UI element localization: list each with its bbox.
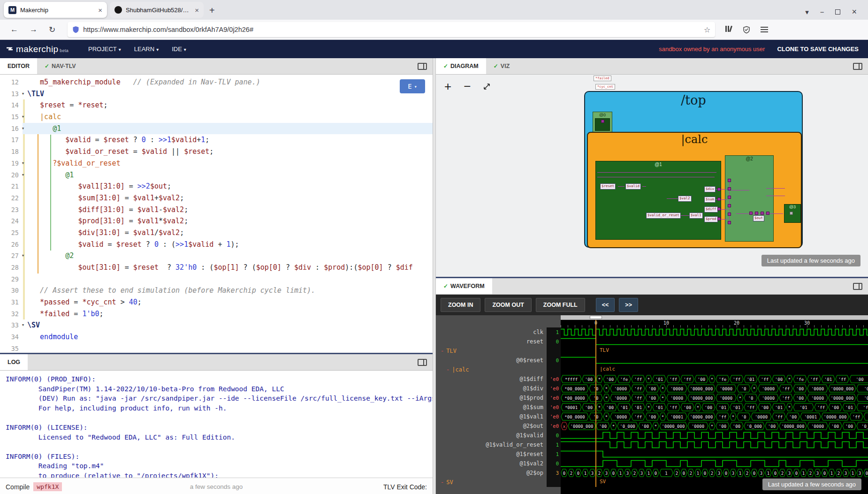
fold-caret-icon[interactable]: ▾ (19, 250, 27, 262)
wave-lane[interactable]: |calc (561, 365, 868, 374)
editor-line[interactable]: 14 $reset = *reset; (0, 99, 433, 111)
makerchip-logo[interactable]: makerchip beta (7, 44, 69, 54)
tracking-shield-icon[interactable] (72, 26, 79, 33)
wave-lane[interactable]: *ffff'00*'00'fe'ff*'01'ff'ff'00*'fe'ff'0… (561, 374, 868, 384)
wave-signal-name[interactable]: @1$val2 (436, 460, 547, 467)
close-tab-icon[interactable]: × (195, 6, 199, 14)
editor-line[interactable]: 24 $prod[31:0] = $val1*$val2; (0, 215, 433, 227)
fold-caret-icon[interactable]: ▾ (19, 123, 27, 135)
wave-signal-name[interactable]: clk (436, 329, 547, 335)
logic-block[interactable]: $valid_or_reset (646, 213, 681, 219)
editor-line[interactable]: 17 $valid = $reset ? 0 : >>1$valid+1; (0, 134, 433, 146)
zoom-in-button[interactable]: + (444, 80, 451, 92)
wave-signal-row[interactable]: -TLV (436, 346, 561, 356)
tab-diagram[interactable]: ✓DIAGRAM (436, 58, 486, 74)
editor-line[interactable]: 21 $val1[31:0] = >>2$out; (0, 181, 433, 192)
wave-signal-name[interactable]: @1$sum (436, 404, 547, 410)
wave-signal-name[interactable]: @1$reset (436, 451, 547, 457)
waveform-viewer[interactable]: clk1reset0-TLV@0$reset0-|calc@1$diff'e0@… (436, 315, 868, 494)
wave-signal-row[interactable]: @2$op3 (436, 468, 561, 478)
zoom-in-button[interactable]: ZOOM IN (441, 298, 480, 312)
url-bar[interactable]: https://www.makerchip.com/sandbox/0rkfAh… (68, 22, 715, 37)
menu-icon[interactable] (761, 25, 768, 34)
expand-icon[interactable] (483, 83, 491, 91)
editor-e-menu-button[interactable]: E▾ (400, 79, 425, 93)
wave-signal-name[interactable]: @2$op (436, 470, 547, 476)
wave-lane[interactable] (561, 449, 868, 459)
browser-tab-github[interactable]: ShubhamGitHub528/RISC × (110, 2, 204, 18)
fold-caret-icon[interactable]: ▾ (19, 169, 27, 181)
editor-line[interactable]: 12 m5_makerchip_module // (Expanded in N… (0, 76, 433, 88)
forward-icon[interactable]: → (24, 25, 43, 34)
wave-lane[interactable]: *00_0000'0*'0000'ff'00*'0000'0000_000'00… (561, 393, 868, 403)
waveform-plot-area[interactable]: 0102030 TLV|calc*ffff'00*'00'fe'ff*'01'f… (561, 315, 868, 494)
list-tabs-icon[interactable]: ▾ (805, 8, 809, 16)
pane-layout-icon[interactable] (418, 63, 427, 70)
wave-signal-name[interactable]: @2$out (436, 423, 547, 429)
collapse-icon[interactable]: - (441, 348, 444, 354)
library-icon[interactable] (725, 25, 732, 34)
fold-caret-icon[interactable]: ▾ (19, 319, 27, 331)
logic-block[interactable]: $val2 (678, 196, 692, 202)
menu-project[interactable]: PROJECT▾ (88, 46, 121, 53)
close-tab-icon[interactable]: × (98, 6, 102, 14)
wave-signal-name[interactable]: @1$diff (436, 376, 547, 382)
logic-block[interactable]: $diff (704, 206, 718, 213)
wave-signal-row[interactable]: @1$prod'e0 (436, 393, 561, 403)
waveform-scrollbar[interactable] (561, 315, 868, 320)
code-editor[interactable]: 12 m5_makerchip_module // (Expanded in N… (0, 75, 433, 353)
editor-line[interactable]: 35 (0, 343, 433, 353)
url-text[interactable]: https://www.makerchip.com/sandbox/0rkfAh… (83, 26, 704, 33)
editor-line[interactable]: 13▾\TLV (0, 88, 433, 100)
wave-lane[interactable] (561, 327, 868, 337)
editor-line[interactable]: 33▾\SV (0, 319, 433, 331)
bookmark-star-icon[interactable]: ☆ (704, 25, 710, 34)
zoom-out-button[interactable]: − (464, 80, 471, 92)
wave-lane[interactable]: *0001'00*'00'01'01*'01'ff'00*'00'01'01'f… (561, 403, 868, 412)
wave-signal-row[interactable]: @1$valid0 (436, 431, 561, 440)
wave-signal-row[interactable]: -SV (436, 478, 561, 487)
wave-section-label[interactable]: -SV (436, 479, 547, 486)
editor-line[interactable]: 20▾ @1 (0, 169, 433, 181)
fold-caret-icon[interactable]: ▾ (19, 111, 27, 123)
logic-block[interactable]: $valid (625, 183, 641, 190)
editor-line[interactable]: 23 $diff[31:0] = $val1-$val2; (0, 204, 433, 216)
wave-lane[interactable]: 0201323013231012021023031203102301230123… (561, 468, 868, 478)
wave-section-label[interactable]: -TLV (436, 348, 547, 354)
wave-lane[interactable] (561, 440, 868, 449)
wave-signal-name[interactable]: @0$reset (436, 357, 547, 364)
fold-caret-icon[interactable]: ▾ (19, 88, 27, 100)
wave-signal-row[interactable]: reset0 (436, 337, 561, 346)
editor-line[interactable]: 32 *failed = 1'b0; (0, 308, 433, 320)
wave-lane[interactable] (561, 356, 868, 365)
shield-check-icon[interactable] (743, 26, 750, 34)
clone-to-save-button[interactable]: CLONE TO SAVE CHANGES (777, 46, 859, 53)
logic-block[interactable]: $sum (704, 197, 716, 203)
time-cursor[interactable] (595, 320, 596, 487)
tab-editor[interactable]: EDITOR (0, 58, 37, 74)
wave-lane[interactable]: x'0000_000'00*'0_000'00*'0000_000'0000*'… (561, 421, 868, 431)
logic-block[interactable]: $val1 (689, 213, 703, 219)
logic-block[interactable]: $reset (600, 183, 616, 190)
wave-lane[interactable]: *00_0000'0*'0000'ff'00*'0001'0000_000'ff… (561, 412, 868, 421)
editor-line[interactable]: 16▾ @1 (0, 123, 433, 135)
wave-signal-row[interactable]: @0$reset0 (436, 356, 561, 365)
wave-lane[interactable] (561, 431, 868, 440)
pane-divider[interactable] (433, 58, 436, 494)
wave-signal-row[interactable]: @1$sum'e0 (436, 403, 561, 412)
editor-line[interactable]: 22 $sum[31:0] = $val1+$val2; (0, 192, 433, 204)
wave-signal-row[interactable]: @2$out'e0 (436, 421, 561, 431)
wave-signal-row[interactable]: @1$reset1 (436, 449, 561, 459)
logic-block[interactable]: $div (704, 186, 716, 192)
tab-log[interactable]: LOG (0, 354, 28, 370)
menu-ide[interactable]: IDE▾ (172, 46, 186, 53)
scrollbar-thumb[interactable] (590, 316, 602, 319)
editor-line[interactable]: 19▾ ?$valid_or_reset (0, 158, 433, 169)
wave-signal-name[interactable]: @1$div (436, 385, 547, 392)
collapse-icon[interactable]: - (441, 479, 444, 486)
wave-signal-row[interactable]: @1$diff'e0 (436, 374, 561, 384)
pane-layout-icon[interactable] (853, 283, 862, 290)
wave-signal-name[interactable]: reset (436, 338, 547, 345)
editor-line[interactable]: 18 $valid_or_reset = $valid || $reset; (0, 146, 433, 158)
reload-icon[interactable]: ↻ (43, 25, 61, 35)
